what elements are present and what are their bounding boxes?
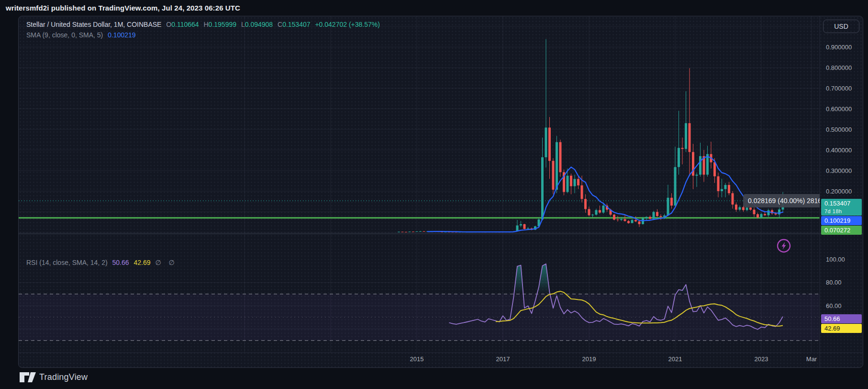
boost-lightning-icon[interactable] (776, 238, 792, 254)
footer: TradingView (0, 367, 868, 389)
hline-value-badge: 0.070272 (821, 226, 862, 235)
rsi-axis-labels[interactable]: 100.0080.0060.00 (826, 256, 845, 309)
bar-countdown: 7d 18h (824, 207, 862, 215)
sma-legend-value: 0.100219 (108, 31, 135, 39)
rsi-ma-legend-value: 42.69 (134, 259, 150, 266)
svg-text:2015: 2015 (410, 355, 424, 363)
svg-text:2019: 2019 (582, 355, 596, 363)
sma-line[interactable] (428, 156, 783, 232)
measure-tooltip: 0.028169 (40.00%) 2816 (743, 194, 820, 207)
svg-text:0.300000: 0.300000 (826, 167, 852, 174)
chart-canvas[interactable]: 20152017201920212023Mar0.9000000.8000000… (19, 16, 863, 367)
candles-layer[interactable] (398, 39, 784, 233)
rsi-empty-set-icon: ∅ (155, 259, 161, 266)
ohlc-close-label: C (278, 21, 282, 28)
symbol-title: Stellar / United States Dollar, 1M, COIN… (26, 21, 161, 28)
chart-widget: 20152017201920212023Mar0.9000000.8000000… (18, 16, 863, 368)
rsi-legend: RSI (14, close, SMA, 14, 2) 50.66 42.69 … (26, 259, 175, 266)
rsi-ma-value-badge: 42.69 (821, 324, 862, 333)
ohlc-close-value: 0.153407 (282, 21, 310, 28)
rsi-legend-title: RSI (14, close, SMA, 14, 2) (26, 259, 108, 266)
price-gridlines (19, 26, 820, 232)
svg-text:Mar: Mar (806, 355, 817, 363)
ohlc-open-value: 0.110664 (171, 21, 199, 28)
sma-legend: SMA (9, close, 0, SMA, 5) 0.100219 (26, 31, 136, 39)
ohlc-open-label: O (166, 21, 171, 28)
svg-text:0.400000: 0.400000 (826, 147, 852, 154)
time-axis-labels[interactable]: 20152017201920212023Mar (410, 355, 817, 363)
published-chart-page: { "page": { "published_line": "writersmf… (0, 0, 868, 389)
svg-text:80.00: 80.00 (826, 279, 842, 286)
svg-text:0.600000: 0.600000 (826, 105, 852, 113)
svg-text:0.800000: 0.800000 (826, 64, 852, 71)
symbol-legend: Stellar / United States Dollar, 1M, COIN… (26, 21, 380, 28)
currency-toggle-button[interactable]: USD (823, 20, 859, 33)
ohlc-low-value: 0.094908 (245, 21, 273, 28)
svg-text:2017: 2017 (496, 355, 510, 363)
ohlc-change-value: +0.042702 (+38.57%) (315, 21, 379, 28)
rsi-legend-value: 50.66 (112, 259, 129, 266)
last-price-badge: 0.153407 7d 18h (821, 199, 862, 216)
svg-text:0.500000: 0.500000 (826, 126, 852, 133)
svg-text:0.900000: 0.900000 (826, 44, 852, 51)
published-byline: writersmfd2i published on TradingView.co… (6, 4, 240, 12)
last-price-value: 0.153407 (824, 200, 862, 207)
sma-legend-title: SMA (9, close, 0, SMA, 5) (26, 31, 103, 39)
ohlc-high-label: H (203, 21, 208, 28)
tradingview-logo-icon[interactable] (19, 372, 36, 383)
rsi-value-badge: 50.66 (821, 314, 862, 323)
svg-text:2021: 2021 (668, 355, 682, 363)
svg-text:2023: 2023 (755, 355, 768, 363)
svg-text:0.700000: 0.700000 (826, 85, 852, 92)
price-axis-labels[interactable]: 0.9000000.8000000.7000000.6000000.500000… (826, 44, 852, 195)
rsi-band-fill (19, 294, 820, 341)
ohlc-low-label: L (241, 21, 245, 28)
svg-text:100.00: 100.00 (826, 256, 845, 263)
ohlc-high-value: 0.195999 (209, 21, 236, 28)
tradingview-wordmark[interactable]: TradingView (39, 372, 88, 382)
svg-text:0.200000: 0.200000 (826, 188, 852, 195)
svg-text:60.00: 60.00 (826, 302, 842, 309)
rsi-empty-set-icon: ∅ (168, 259, 174, 266)
sma-value-badge: 0.100219 (821, 216, 862, 225)
